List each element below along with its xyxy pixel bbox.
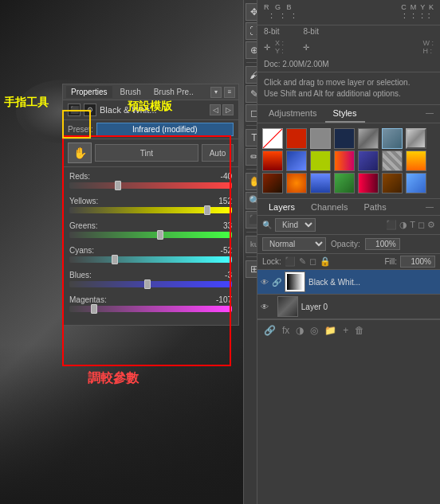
blues-thumb[interactable] bbox=[144, 279, 151, 289]
greens-thumb[interactable] bbox=[157, 230, 163, 240]
filter-shape-icon[interactable]: ◻ bbox=[418, 220, 425, 230]
cyans-track[interactable] bbox=[69, 256, 232, 263]
lock-pixels-icon[interactable]: ⬛ bbox=[285, 256, 296, 267]
magentas-track[interactable] bbox=[69, 306, 232, 312]
blues-track[interactable] bbox=[69, 281, 232, 287]
lock-row: Lock: ⬛ ✎ ◻ 🔒 Fill: bbox=[257, 254, 440, 270]
style-col12[interactable] bbox=[358, 173, 379, 193]
annotation-finger: 手指工具 bbox=[4, 96, 49, 110]
lock-artboard-icon[interactable]: ◻ bbox=[309, 256, 316, 267]
tab-adjustments[interactable]: Adjustments bbox=[261, 105, 325, 123]
style-col13[interactable] bbox=[382, 173, 403, 193]
blend-mode-select[interactable]: Normal bbox=[262, 237, 326, 251]
hand-tool-button[interactable]: ✋ bbox=[68, 143, 92, 163]
layer-eye-0[interactable]: 👁 bbox=[261, 278, 269, 287]
cyans-thumb[interactable] bbox=[112, 255, 118, 264]
x-label: X : bbox=[275, 39, 284, 47]
doc-info: Doc: 2.00M/2.00M bbox=[257, 57, 440, 72]
filter-type-icon[interactable]: T bbox=[410, 220, 415, 230]
layers-tabs: Layers Channels Paths — bbox=[257, 199, 440, 216]
style-col7[interactable] bbox=[406, 150, 426, 171]
reds-thumb[interactable] bbox=[115, 181, 121, 190]
layers-menu-btn[interactable]: — bbox=[422, 199, 437, 215]
group-icon[interactable]: 📁 bbox=[323, 323, 338, 338]
info-row-1: R G B : : : C M Y K : : : : bbox=[264, 3, 434, 20]
style-col6[interactable] bbox=[382, 150, 403, 171]
info-section: R G B : : : C M Y K : : : : bbox=[257, 0, 440, 25]
style-col9[interactable] bbox=[286, 173, 307, 193]
layer-link-0[interactable]: 🔗 bbox=[272, 278, 281, 287]
filter-smart-icon[interactable]: ⚙ bbox=[427, 220, 435, 230]
reds-track[interactable] bbox=[69, 182, 232, 189]
style-gray[interactable] bbox=[310, 128, 331, 149]
properties-panel: Properties Brush Brush Pre.. ▾ ≡ ⬛ ⚙ Bla… bbox=[62, 84, 239, 326]
tab-styles[interactable]: Styles bbox=[325, 105, 365, 123]
opacity-input[interactable] bbox=[365, 238, 400, 250]
style-dark-blue[interactable] bbox=[334, 128, 355, 149]
magentas-thumb[interactable] bbox=[91, 304, 97, 314]
layer-item-adjustment[interactable]: 👁 🔗 Black & Whit... bbox=[257, 270, 440, 295]
preset-select[interactable]: Infrared (modified) bbox=[96, 123, 234, 136]
bit-right: 8-bit bbox=[303, 27, 318, 36]
auto-button[interactable]: Auto bbox=[202, 144, 234, 162]
crosshair2-icon: ✛ bbox=[303, 43, 309, 52]
style-bevel[interactable] bbox=[406, 128, 426, 149]
tab-channels[interactable]: Channels bbox=[303, 199, 356, 215]
lock-all-icon[interactable]: 🔒 bbox=[320, 256, 331, 267]
mask-icon[interactable]: ◑ bbox=[294, 323, 305, 338]
styles-grid bbox=[257, 123, 440, 198]
style-red[interactable] bbox=[286, 128, 307, 149]
tab-paths[interactable]: Paths bbox=[356, 199, 395, 215]
rgb-info: R G B : : : bbox=[264, 3, 296, 20]
link-layers-icon[interactable]: 🔗 bbox=[262, 323, 277, 338]
layer-link-1 bbox=[272, 303, 274, 311]
tab-properties[interactable]: Properties bbox=[66, 86, 112, 98]
adjustment-icon[interactable]: ◎ bbox=[308, 323, 320, 338]
style-col14[interactable] bbox=[406, 173, 426, 193]
style-chrome[interactable] bbox=[358, 128, 379, 149]
style-col8[interactable] bbox=[262, 173, 283, 193]
layer-settings-icon[interactable]: ⚙ bbox=[84, 104, 96, 116]
tab-brush-pre[interactable]: Brush Pre.. bbox=[149, 86, 198, 98]
tab-layers[interactable]: Layers bbox=[261, 199, 303, 215]
adj-panel-menu[interactable]: — bbox=[422, 105, 437, 123]
filter-kind-select[interactable]: Kind bbox=[275, 218, 316, 232]
style-col11[interactable] bbox=[334, 173, 355, 193]
style-col2[interactable] bbox=[286, 150, 307, 171]
style-col5[interactable] bbox=[358, 150, 379, 171]
magentas-value: -107 bbox=[216, 295, 232, 304]
panel-menu-btn[interactable]: ≡ bbox=[224, 87, 235, 98]
fill-input[interactable] bbox=[400, 256, 435, 268]
style-none[interactable] bbox=[262, 128, 283, 149]
layer-item-0[interactable]: 👁 Layer 0 bbox=[257, 295, 440, 319]
yellows-thumb[interactable] bbox=[204, 205, 210, 215]
filter-adj-icon[interactable]: ◑ bbox=[399, 220, 407, 230]
yellows-label: Yellows: bbox=[69, 197, 98, 205]
new-layer-icon[interactable]: + bbox=[341, 323, 350, 338]
delete-layer-icon[interactable]: 🗑 bbox=[353, 323, 366, 338]
magentas-slider-row: Magentas: -107 bbox=[69, 295, 232, 312]
tint-button[interactable]: Tint bbox=[95, 144, 198, 162]
mask-btn[interactable]: ▷ bbox=[222, 104, 234, 115]
filter-pixel-icon[interactable]: ⬛ bbox=[386, 220, 397, 230]
lock-position-icon[interactable]: ✎ bbox=[299, 256, 306, 267]
fx-icon[interactable]: fx bbox=[281, 323, 291, 338]
greens-track[interactable] bbox=[69, 232, 232, 238]
style-glass[interactable] bbox=[382, 128, 403, 149]
yellows-slider-row: Yellows: 152 bbox=[69, 197, 232, 213]
style-col1[interactable] bbox=[262, 150, 283, 171]
wh-group: W : H : bbox=[423, 39, 434, 55]
panel-collapse-btn[interactable]: ▾ bbox=[210, 87, 222, 98]
cmyk-info: C M Y K : : : : bbox=[401, 3, 434, 20]
w-label: W : bbox=[423, 39, 434, 47]
yellows-track[interactable] bbox=[69, 207, 232, 213]
panel-header-buttons: ◁ ▷ bbox=[210, 104, 234, 115]
style-col3[interactable] bbox=[310, 150, 331, 171]
layer-name-1: Layer 0 bbox=[301, 303, 437, 311]
tab-brush[interactable]: Brush bbox=[116, 86, 146, 98]
layer-eye-1[interactable]: 👁 bbox=[261, 303, 269, 311]
style-col4[interactable] bbox=[334, 150, 355, 171]
reds-label: Reds: bbox=[69, 172, 90, 181]
style-col10[interactable] bbox=[310, 173, 331, 193]
visibility-btn[interactable]: ◁ bbox=[210, 104, 221, 115]
